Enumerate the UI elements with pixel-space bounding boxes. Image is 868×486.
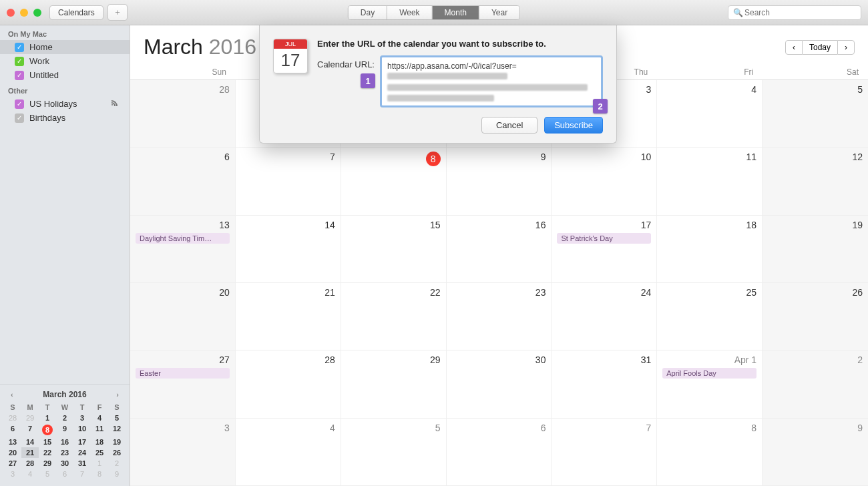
zoom-window-icon[interactable] [33, 9, 41, 17]
day-cell[interactable]: 26 [763, 283, 868, 350]
mini-day[interactable]: 1 [39, 413, 56, 423]
day-cell[interactable]: 7 [552, 419, 657, 485]
search-input[interactable] [728, 5, 861, 20]
calendars-toggle-button[interactable]: Calendars [49, 5, 103, 20]
day-cell[interactable]: 2 [763, 350, 868, 417]
day-cell[interactable]: 7 [236, 148, 341, 214]
day-cell[interactable]: 27Easter [130, 350, 236, 417]
mini-day[interactable]: 13 [4, 437, 21, 447]
mini-day[interactable]: 7 [21, 423, 39, 437]
calendar-checkbox[interactable]: ✓ [15, 57, 24, 66]
mini-day[interactable]: 12 [108, 423, 126, 437]
day-cell[interactable]: 17St Patrick's Day [552, 216, 657, 282]
mini-day[interactable]: 17 [73, 437, 91, 447]
mini-day[interactable]: 7 [73, 469, 91, 479]
mini-day[interactable]: 10 [73, 423, 91, 437]
mini-day[interactable]: 29 [21, 413, 39, 423]
day-cell[interactable]: 21 [236, 283, 341, 350]
day-cell[interactable]: 28 [236, 350, 341, 417]
close-window-icon[interactable] [7, 9, 15, 17]
mini-day[interactable]: 3 [4, 469, 21, 479]
day-cell[interactable]: 4 [236, 419, 341, 485]
day-cell[interactable]: 4 [657, 80, 763, 147]
mini-day[interactable]: 15 [39, 437, 56, 447]
day-cell[interactable]: 10 [552, 148, 657, 214]
event-chip[interactable]: St Patrick's Day [557, 233, 651, 244]
event-chip[interactable]: Daylight Saving Tim… [136, 233, 230, 244]
day-cell[interactable]: 30 [447, 350, 552, 417]
day-cell[interactable]: 23 [447, 283, 552, 350]
add-button[interactable]: ＋ [107, 4, 128, 21]
mini-day[interactable]: 8 [91, 469, 108, 479]
mini-day[interactable]: 19 [108, 437, 126, 447]
day-cell[interactable]: 5 [763, 80, 868, 147]
day-cell[interactable]: 6 [447, 419, 552, 485]
mini-day[interactable]: 24 [73, 447, 91, 458]
mini-day[interactable]: 16 [56, 437, 73, 447]
next-month-button[interactable]: › [837, 40, 855, 55]
mini-day[interactable]: 30 [56, 458, 73, 469]
day-cell[interactable]: 22 [341, 283, 447, 350]
day-cell[interactable]: 18 [657, 216, 763, 282]
mini-next-button[interactable]: › [116, 391, 119, 399]
day-cell[interactable]: 14 [236, 216, 341, 282]
mini-prev-button[interactable]: ‹ [11, 391, 13, 399]
mini-day[interactable]: 25 [91, 447, 108, 458]
mini-day[interactable]: 8 [39, 423, 56, 437]
day-cell[interactable]: 20 [130, 283, 236, 350]
mini-day[interactable]: 28 [4, 413, 21, 423]
day-cell[interactable]: 19 [763, 216, 868, 282]
day-cell[interactable]: 31 [552, 350, 657, 417]
mini-day[interactable]: 11 [91, 423, 108, 437]
day-cell[interactable]: 16 [447, 216, 552, 282]
event-chip[interactable]: April Fools Day [662, 368, 756, 379]
view-day-button[interactable]: Day [349, 6, 387, 19]
mini-day[interactable]: 14 [21, 437, 39, 447]
mini-day[interactable]: 21 [21, 447, 39, 458]
day-cell[interactable]: 13Daylight Saving Tim… [130, 216, 236, 282]
mini-day[interactable]: 2 [56, 413, 73, 423]
mini-day[interactable]: 27 [4, 458, 21, 469]
mini-day[interactable]: 6 [4, 423, 21, 437]
calendar-checkbox[interactable]: ✓ [15, 43, 24, 52]
day-cell[interactable]: 29 [341, 350, 447, 417]
mini-day[interactable]: 5 [39, 469, 56, 479]
view-week-button[interactable]: Week [387, 6, 432, 19]
day-cell[interactable]: Apr 1April Fools Day [657, 350, 763, 417]
day-cell[interactable]: 8 [657, 419, 763, 485]
today-button[interactable]: Today [803, 40, 837, 55]
mini-day[interactable]: 28 [21, 458, 39, 469]
view-year-button[interactable]: Year [479, 6, 519, 19]
cancel-button[interactable]: Cancel [481, 117, 537, 134]
sidebar-item[interactable]: ✓Untitled [0, 68, 130, 82]
mini-day[interactable]: 5 [108, 413, 126, 423]
calendar-url-input[interactable]: https://app.asana.com/-/0/ical?user= 1 2 [380, 55, 603, 107]
day-cell[interactable]: 28 [130, 80, 236, 147]
mini-day[interactable]: 3 [73, 413, 91, 423]
event-chip[interactable]: Easter [136, 368, 230, 379]
day-cell[interactable]: 8 [341, 148, 447, 214]
mini-day[interactable]: 20 [4, 447, 21, 458]
sidebar-item[interactable]: ✓US Holidays [0, 97, 130, 111]
day-cell[interactable]: 24 [552, 283, 657, 350]
mini-day[interactable]: 23 [56, 447, 73, 458]
minimize-window-icon[interactable] [20, 9, 28, 17]
calendar-checkbox[interactable]: ✓ [15, 71, 24, 80]
mini-day[interactable]: 31 [73, 458, 91, 469]
day-cell[interactable]: 25 [657, 283, 763, 350]
calendar-checkbox[interactable]: ✓ [15, 99, 24, 109]
day-cell[interactable]: 3 [130, 419, 236, 485]
mini-day[interactable]: 29 [39, 458, 56, 469]
day-cell[interactable]: 5 [341, 419, 447, 485]
day-cell[interactable]: 9 [447, 148, 552, 214]
mini-day[interactable]: 9 [108, 469, 126, 479]
calendar-checkbox[interactable]: ✓ [15, 113, 24, 123]
day-cell[interactable]: 11 [657, 148, 763, 214]
day-cell[interactable]: 15 [341, 216, 447, 282]
mini-day[interactable]: 6 [56, 469, 73, 479]
subscribe-button[interactable]: Subscribe [544, 117, 603, 134]
prev-month-button[interactable]: ‹ [785, 40, 803, 55]
day-cell[interactable]: 6 [130, 148, 236, 214]
mini-day[interactable]: 4 [91, 413, 108, 423]
sidebar-item[interactable]: ✓Home [0, 40, 130, 54]
